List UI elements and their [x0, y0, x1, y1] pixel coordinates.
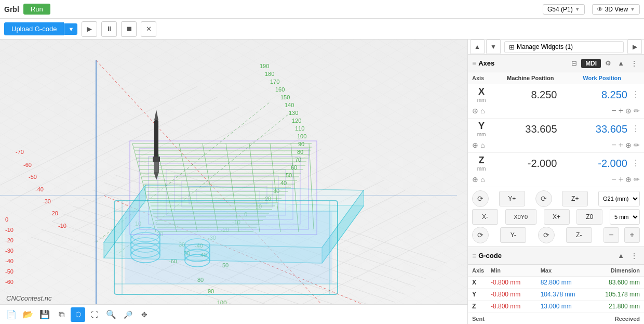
upload-button[interactable]: Upload G-code: [4, 22, 64, 35]
x-home-button[interactable]: ⌂: [480, 107, 485, 115]
jog-z-plus[interactable]: Z+: [562, 191, 588, 206]
play-button[interactable]: ▶: [82, 21, 97, 37]
y-edit-button[interactable]: ✏: [634, 141, 640, 149]
view-select[interactable]: 👁 3D View ▼: [592, 4, 640, 15]
z-minus-button[interactable]: −: [611, 175, 616, 184]
coord-system-label: G54 (P1): [547, 6, 573, 13]
svg-text:0: 0: [5, 216, 8, 223]
eye-icon: 👁: [597, 6, 603, 13]
gc-z-max: 13.000 mm: [541, 303, 591, 310]
axes-column-headers: Axis Machine Position Work Position: [468, 72, 644, 84]
svg-text:140: 140: [285, 102, 294, 108]
nav-down-button[interactable]: ▼: [486, 40, 501, 54]
gcode-row-y: Y -0.800 mm 104.378 mm 105.178 mm: [468, 289, 644, 301]
jog-z0[interactable]: Z0: [576, 209, 602, 225]
file-label: CNCcontest.nc: [6, 294, 51, 302]
coord-chevron-icon: ▼: [575, 6, 580, 12]
y-goto-zero-button[interactable]: ⊕: [625, 141, 632, 149]
coord-system-select[interactable]: G54 (P1) ▼: [543, 4, 585, 15]
move-button[interactable]: ✥: [137, 307, 152, 322]
svg-text:190: 190: [260, 63, 269, 69]
z-home-button[interactable]: ⌂: [480, 175, 485, 184]
jog-y-plus[interactable]: Y+: [499, 191, 525, 206]
svg-rect-145: [154, 162, 159, 172]
jog-y-minus[interactable]: Y-: [500, 227, 526, 243]
gcode-collapse-button[interactable]: ▲: [615, 251, 626, 261]
pause-button[interactable]: ⏸: [101, 21, 117, 37]
z-goto-zero-button[interactable]: ⊕: [625, 175, 632, 184]
jog-unit-select[interactable]: G21 (mm): [598, 191, 640, 206]
axes-collapse-button[interactable]: ▲: [615, 58, 626, 68]
x-goto-zero-button[interactable]: ⊕: [625, 107, 632, 115]
axes-list-button[interactable]: ⊟: [569, 58, 579, 68]
jog-step-plus[interactable]: +: [624, 227, 640, 243]
x-minus-button[interactable]: −: [611, 106, 616, 115]
y-axis-label-cell: Y mm: [472, 121, 491, 137]
jog-x0y0[interactable]: X0Y0: [505, 209, 536, 225]
z-row-menu-button[interactable]: ⋮: [632, 159, 640, 167]
new-file-button[interactable]: 📄: [4, 307, 19, 322]
gc-z-axis: Z: [472, 303, 491, 310]
y-home-button[interactable]: ⌂: [480, 141, 485, 149]
jog-circle-tl[interactable]: ⟳: [472, 190, 489, 207]
nav-right-button[interactable]: ▶: [627, 40, 642, 54]
viewer-toolbar: 📄 📂 💾 ⧉ ⬡ ⛶ 🔍 🔎 ✥: [0, 304, 467, 324]
3d-view-button[interactable]: ⬡: [71, 307, 85, 322]
z-go-to-origin-button[interactable]: ⊕: [472, 175, 478, 184]
jog-circle-br[interactable]: ⟳: [538, 227, 555, 243]
axes-mdi-button[interactable]: MDI: [581, 59, 601, 68]
jog-x-plus[interactable]: X+: [544, 209, 570, 225]
close-button[interactable]: ✕: [141, 21, 156, 37]
svg-text:120: 120: [292, 118, 301, 124]
3d-viewer[interactable]: 190180 170160 150140 130120 110100 9080 …: [0, 40, 467, 324]
svg-text:130: 130: [289, 110, 298, 116]
jog-circle-bl[interactable]: ⟳: [472, 227, 489, 243]
jog-x-minus[interactable]: X-: [472, 209, 498, 225]
svg-text:100: 100: [297, 133, 306, 139]
gc-y-axis: Y: [472, 291, 491, 298]
x-plus-button[interactable]: +: [619, 106, 623, 115]
y-minus-button[interactable]: −: [611, 140, 616, 150]
z-edit-button[interactable]: ✏: [634, 175, 640, 184]
y-machine-value: 33.605: [491, 123, 561, 135]
svg-text:150: 150: [280, 94, 290, 100]
svg-text:-20: -20: [5, 237, 14, 243]
duplicate-file-button[interactable]: ⧉: [54, 307, 69, 322]
manage-widgets-button[interactable]: ⊞ Manage Widgets (1): [504, 41, 624, 53]
gc-header-min: Min: [491, 267, 541, 274]
axes-menu-button[interactable]: ⋮: [628, 58, 640, 69]
stop-button[interactable]: ⏹: [121, 21, 137, 37]
zoom-out-button[interactable]: 🔎: [120, 307, 135, 322]
save-file-button[interactable]: 💾: [37, 307, 52, 322]
nav-up-button[interactable]: ▲: [470, 40, 485, 54]
jog-step-select[interactable]: 5 mm: [610, 209, 640, 225]
svg-text:-50: -50: [5, 268, 14, 275]
received-group: Received 419 / 30273: [610, 316, 640, 324]
z-plus-button[interactable]: +: [619, 175, 623, 184]
x-edit-button[interactable]: ✏: [634, 107, 640, 115]
jog-step-minus[interactable]: −: [603, 227, 619, 243]
gcode-widget-header: ≡ G-code ▲ ⋮: [468, 247, 644, 265]
run-button[interactable]: Run: [23, 4, 50, 15]
y-row-menu-button[interactable]: ⋮: [632, 125, 640, 133]
y-go-to-origin-button[interactable]: ⊕: [472, 141, 478, 149]
x-row-menu-button[interactable]: ⋮: [632, 90, 640, 99]
zoom-in-button[interactable]: 🔍: [104, 307, 118, 322]
svg-text:90: 90: [298, 141, 304, 147]
col-work-label: Work Position: [558, 75, 632, 81]
jog-z-minus[interactable]: Z-: [566, 227, 592, 243]
axis-row-z: Z mm -2.000 -2.000 ⋮ ⊕ ⌂ − + ⊕ ✏: [468, 153, 644, 187]
svg-rect-144: [153, 157, 160, 162]
gcode-menu-button[interactable]: ⋮: [628, 251, 640, 261]
z-axis-label-cell: Z mm: [472, 155, 491, 172]
upload-dropdown-button[interactable]: ▼: [64, 23, 77, 35]
gc-z-dim: 21.800 mm: [590, 303, 640, 310]
y-plus-button[interactable]: +: [619, 140, 623, 150]
jog-circle-tr[interactable]: ⟳: [535, 190, 552, 207]
axes-settings-button[interactable]: ⚙: [603, 58, 613, 68]
axes-title: Axes: [478, 59, 567, 67]
svg-text:-10: -10: [58, 223, 66, 229]
fullscreen-button[interactable]: ⛶: [87, 307, 102, 322]
open-file-button[interactable]: 📂: [21, 307, 35, 322]
x-go-to-origin-button[interactable]: ⊕: [472, 107, 478, 115]
